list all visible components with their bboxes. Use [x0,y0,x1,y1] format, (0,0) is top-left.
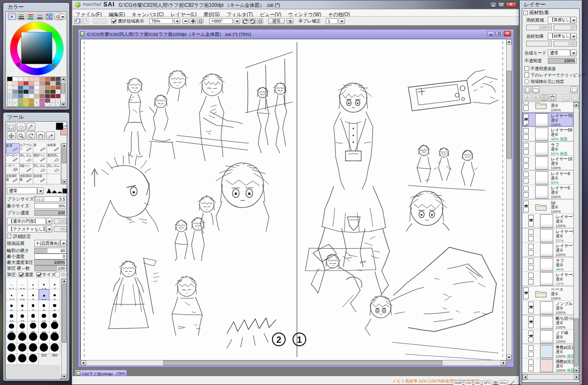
view-mode-button[interactable]: 通常 [268,18,285,24]
brush-texture-dropdown[interactable] [46,226,52,232]
swatch-41[interactable] [13,94,18,99]
layer-row-folder[interactable]: 通常100% [522,102,573,112]
rotate-tool[interactable] [26,131,35,140]
mixer-mode-button[interactable] [36,13,44,20]
layer-list-hscrollbar[interactable] [522,374,579,380]
swatch-68[interactable] [50,103,56,107]
layer-secondary-checkbox[interactable] [523,294,529,299]
swatch-5[interactable] [34,77,40,81]
paper-texture-dropdown[interactable] [570,17,577,24]
main-titlebar[interactable]: PaintTool SAI G:\CG作業\C82同人用\ラフ画\C82ラフ画1… [72,0,519,9]
wheel-mode-button[interactable] [8,13,16,20]
close-button[interactable]: × [506,2,516,7]
swatch-25[interactable] [34,86,40,90]
layer-visibility-checkbox[interactable] [523,128,529,133]
tool-エアブラシ[interactable]: エアブラシ [20,143,33,154]
swatch-62[interactable] [18,103,24,107]
edge-hardness-slider[interactable]: 40 [34,248,67,254]
swatch-2[interactable] [18,77,24,81]
rgb-slider-mode-button[interactable] [17,13,25,20]
swatch-42[interactable] [18,94,24,99]
zoom-in-button[interactable] [190,18,196,24]
tool-筆[interactable]: 筆 [33,143,47,154]
document-tab[interactable]: C82ラフ画100dpi （... 75% [75,370,127,376]
swatch-34[interactable] [29,90,34,94]
layer-visibility-checkbox[interactable] [528,230,534,235]
brush-size-6[interactable]: 6 [17,300,28,311]
brush-size-5[interactable]: 5 [6,300,17,311]
layer-visibility-checkbox[interactable] [523,102,529,104]
swatch-55[interactable] [34,99,40,103]
brush-size-4[interactable]: 4 [49,289,60,300]
layer-visibility-checkbox[interactable] [528,345,534,351]
maximize-button[interactable] [498,2,505,7]
brush-shape-dropdown[interactable] [46,218,52,225]
select-rect-tool[interactable] [7,123,16,131]
color-wheel[interactable] [10,22,63,75]
brush-size-40[interactable]: 40 [39,322,49,333]
swap-colors-icon[interactable] [63,122,68,126]
material-effects-toggle[interactable]: - [523,11,528,15]
swatch-65[interactable] [34,103,40,107]
layer-secondary-checkbox[interactable] [528,279,534,284]
lasso-tool[interactable] [17,123,25,131]
layer-secondary-checkbox[interactable] [523,207,529,212]
rotate-ccw-button[interactable] [242,18,248,24]
move-tool[interactable] [7,131,16,140]
swatch-56[interactable] [40,99,45,103]
zoom-tool[interactable] [17,131,25,140]
layer-visibility-checkbox[interactable] [528,302,534,307]
swatch-37[interactable] [45,90,50,94]
tool-2値ペン[interactable]: 2値ペン [20,164,33,174]
brush-size-35[interactable]: 35 [28,322,39,333]
layer-secondary-checkbox[interactable] [523,163,529,169]
canvas-vscrollbar[interactable] [506,39,512,360]
swatch-3[interactable] [24,77,29,81]
paper-texture-combo[interactable]: 【質感なし】 [548,17,570,24]
layer-visibility-checkbox[interactable] [528,316,534,322]
selection-undo-button[interactable] [93,18,99,24]
swatch-scrollbar[interactable] [60,77,66,107]
brush-size-70[interactable]: 70 [17,333,28,343]
swatch-60[interactable] [7,103,13,107]
layer-secondary-checkbox[interactable] [528,265,534,270]
layer-row-レイヤー15[interactable]: レイヤー15通常100% [522,156,573,170]
hand-tool[interactable] [36,131,45,140]
swatch-4[interactable] [29,77,34,81]
layer-mask-button[interactable] [570,86,578,93]
brush-size-1.5[interactable]: 1.5 [39,279,49,289]
layer-secondary-checkbox[interactable] [528,366,534,371]
brush-size-2[interactable]: 2 [49,279,60,289]
brush-size-10[interactable]: 10 [6,311,17,322]
check-1[interactable] [524,73,529,77]
swatch-52[interactable] [18,99,24,103]
layer-row-偶数p(右)[interactable]: 偶数p(右)通常100% 保護 [522,359,573,373]
canvas-titlebar[interactable]: G:\CG作業\C82同人用\ラフ画\C82ラフ画100dpi（ネーム全体図）.… [79,30,513,38]
swatch-15[interactable] [34,81,40,86]
brush-size-16[interactable]: 16 [39,311,49,322]
tool-水彩筆10版[interactable]: 水彩筆10版 [20,174,33,184]
layer-visibility-checkbox[interactable] [528,244,534,249]
foreground-color-swatch[interactable] [56,123,63,130]
swatch-50[interactable] [7,99,13,103]
minimize-button[interactable] [490,2,497,7]
rotate-reset-button[interactable] [257,18,263,24]
new-layer-button[interactable] [524,86,531,93]
brush-size-60[interactable]: 60 [6,333,17,343]
rotate-cw-button[interactable] [249,18,256,24]
swatch-46[interactable] [40,94,45,99]
tool-消しゴム[interactable]: 消しゴム [20,154,33,164]
advanced-settings-toggle[interactable]: - [7,234,11,238]
layer-visibility-checkbox[interactable] [528,331,534,336]
layer-secondary-checkbox[interactable] [528,337,534,342]
swatch-33[interactable] [24,90,29,94]
swatch-51[interactable] [13,99,18,103]
swatch-45[interactable] [34,94,40,99]
tool-水彩筆[interactable]: 水彩筆 [47,143,61,154]
layer-row-レイヤー75[interactable]: レイヤー75通常100% [522,113,573,127]
canvas-viewport[interactable]: 21 [80,39,507,360]
layer-row-レイヤー55[interactable]: レイヤー55通常51% [522,229,573,243]
layer-row-レイヤー5[interactable]: レイヤー5通常100% [522,185,573,199]
swatch-48[interactable] [50,94,56,99]
brush-size-14[interactable]: 14 [28,311,39,322]
